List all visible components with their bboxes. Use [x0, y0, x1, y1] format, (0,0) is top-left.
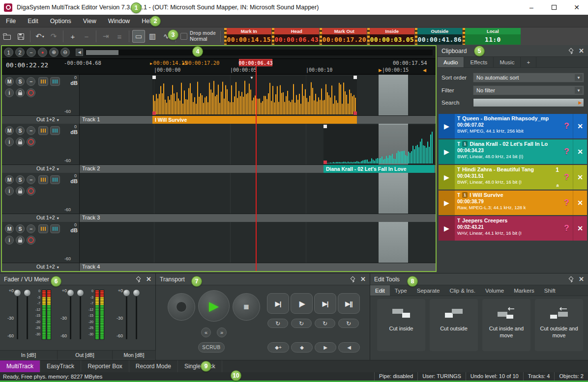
clip-handle[interactable] [353, 76, 357, 79]
clipboard-entry-play-button[interactable]: ▶ [439, 191, 455, 215]
track-lane[interactable] [80, 124, 436, 164]
playhead[interactable] [256, 59, 257, 271]
clipboard-entry-play-button[interactable]: ▶ [439, 216, 455, 241]
fader-knob[interactable] [123, 289, 130, 297]
edit-tools-tab-type[interactable]: Type [390, 285, 412, 296]
close-button[interactable]: ✕ [565, 0, 588, 15]
clip-handle[interactable] [323, 161, 327, 164]
solo-button[interactable]: S [16, 175, 25, 184]
cut-outside-button[interactable]: Cut outside [430, 299, 478, 351]
play-from-mark-in-button[interactable]: ▶| [267, 293, 289, 314]
clip-handle[interactable] [152, 111, 156, 115]
fader-knob[interactable] [14, 289, 21, 297]
menu-item-window[interactable]: Window [102, 15, 136, 27]
mode-tab-easytrack[interactable]: EasyTrack [40, 360, 81, 372]
view-preset-2-button[interactable]: 2 [15, 48, 25, 57]
mode-tab-reporterbox[interactable]: Reporter Box [81, 360, 129, 372]
minimize-track-button[interactable]: − [27, 224, 35, 233]
marker-button[interactable]: ◆ [291, 342, 313, 353]
clipboard-tab-audio[interactable]: Audio [438, 57, 464, 67]
output-selector[interactable]: Out 1+2▾ [36, 264, 59, 270]
mute-button[interactable]: M [5, 77, 14, 86]
clipboard-entry-help-button[interactable]: ? [560, 191, 573, 215]
clipboard-tab-[interactable]: + [521, 57, 536, 67]
fader-knob[interactable] [133, 289, 140, 297]
track-lane[interactable] [80, 173, 436, 214]
play-short-button[interactable]: ▶ [315, 342, 336, 353]
clipboard-entry-remove-button[interactable]: ✕ [573, 139, 587, 164]
edit-tools-tab-separate[interactable]: Separate [412, 285, 445, 296]
meter-mode-orange-button[interactable] [38, 77, 48, 86]
close-panel-icon[interactable]: ✕ [579, 47, 584, 55]
clipboard-entry[interactable]: ▶THindi Zahra - Beautiful Tang00:04:31.5… [439, 165, 587, 190]
mode-tab-recordmode[interactable]: Record Mode [129, 360, 178, 372]
clipboard-entry-play-button[interactable]: ▶ [439, 165, 455, 190]
menu-item-view[interactable]: View [77, 15, 102, 27]
loop-pause-button[interactable]: ↻ [291, 319, 312, 328]
solo-button[interactable]: S [16, 77, 25, 86]
drop-mode-value[interactable]: Normal [190, 36, 216, 42]
loop-mark-in-button[interactable]: ↻ [267, 319, 288, 328]
clipboard-entry-remove-button[interactable]: ✕ [573, 216, 587, 241]
track-info-button[interactable]: i [5, 187, 14, 195]
fader-knob[interactable] [24, 289, 31, 297]
edit-tools-tab-shift[interactable]: Shift [539, 285, 560, 296]
collapse-chevron-icon[interactable]: « [555, 184, 560, 187]
mode-tab-singletrack[interactable]: SingleTrack [178, 360, 222, 372]
scrollbar-thumb[interactable] [86, 50, 118, 55]
meter-mode-blue-button[interactable] [50, 77, 60, 86]
fader-knob[interactable] [77, 289, 84, 297]
clip-handle[interactable] [323, 125, 327, 128]
meter-mode-orange-button[interactable] [38, 175, 48, 184]
track-lane[interactable]: ▼ [80, 75, 436, 115]
record-button[interactable] [168, 293, 195, 321]
meter-mode-orange-button[interactable] [38, 126, 48, 135]
pin-icon[interactable] [568, 276, 574, 283]
clipboard-entry[interactable]: ▶TJeepers Creepers00:02:43.21WAV, Linear… [439, 216, 587, 241]
clipboard-entry-help-button[interactable]: ? [560, 114, 573, 138]
clip-label-strip[interactable]: Diana Krall - 02 Let's Fall In Love [323, 165, 435, 173]
monitor-icon[interactable]: ▭ [132, 30, 145, 43]
minimize-track-button[interactable]: − [27, 77, 35, 86]
record-arm-button[interactable] [27, 88, 35, 97]
mute-button[interactable]: M [5, 224, 14, 233]
pin-icon[interactable] [350, 276, 355, 283]
close-panel-icon[interactable]: ✕ [579, 275, 584, 283]
cut-inside-button[interactable]: Cut inside [377, 299, 425, 351]
goto-marker-icon[interactable]: ⇥ [99, 30, 112, 43]
record-arm-button[interactable] [27, 236, 35, 245]
undo-icon[interactable]: ↶▾ [33, 30, 46, 43]
clipboard-entry-help-button[interactable]: ? [560, 139, 573, 164]
edit-tools-tab-edit[interactable]: Edit [370, 285, 390, 296]
clip-handle[interactable] [353, 111, 357, 115]
clipboard-tab-effects[interactable]: Effects [464, 57, 494, 67]
redo-icon[interactable]: ↷ [47, 30, 60, 43]
meter-mode-orange-button[interactable] [38, 224, 48, 233]
solo-button[interactable]: S [16, 126, 25, 135]
menu-item-edit[interactable]: Edit [22, 15, 44, 27]
maximize-button[interactable] [543, 0, 565, 15]
track-lock-button[interactable] [16, 88, 25, 97]
play-pause-button[interactable]: |▶ [291, 293, 313, 314]
clipboard-entry-play-button[interactable]: ▶ [439, 114, 455, 138]
meter-mode-blue-button[interactable] [50, 224, 60, 233]
sort-order-select[interactable]: No automatic sort ▼ [473, 73, 584, 82]
open-folder-icon[interactable] [0, 30, 13, 43]
cut-inside-move-button[interactable]: Cut inside and move [482, 299, 530, 351]
record-indicator-button[interactable]: ● [38, 48, 47, 57]
clipboard-entry[interactable]: ▶T1Diana Krall - 02 Let's Fall In Lo00:0… [439, 139, 587, 164]
filter-select[interactable]: No filter ▼ [473, 85, 584, 95]
menu-item-file[interactable]: File [0, 15, 22, 27]
clipboard-tab-music[interactable]: Music [494, 57, 521, 67]
step-back-button[interactable]: « [201, 327, 211, 337]
collapse-tracks-button[interactable]: − [27, 48, 36, 57]
output-selector[interactable]: Out 1+2▾ [36, 116, 59, 122]
clip-handle[interactable] [152, 76, 156, 79]
clipboard-entry[interactable]: ▶TQueen - Bohemian Rhapsody_mp00:06:07.0… [439, 114, 587, 138]
piano-roll-icon[interactable]: ▥ [146, 30, 159, 43]
mode-tab-multitrack[interactable]: MultiTrack [0, 360, 40, 372]
close-panel-icon[interactable]: ✕ [146, 275, 151, 283]
mute-button[interactable]: M [5, 126, 14, 135]
minimize-track-button[interactable]: − [27, 175, 35, 184]
loop-mark-out-button[interactable]: ↻ [315, 319, 335, 328]
